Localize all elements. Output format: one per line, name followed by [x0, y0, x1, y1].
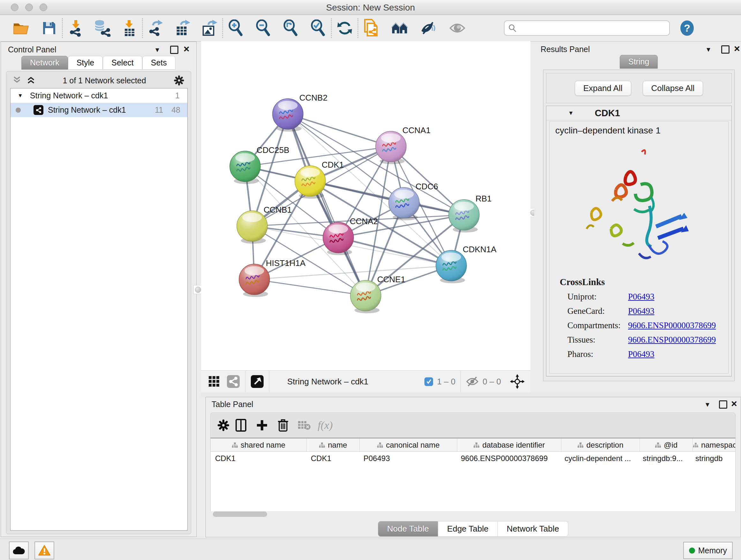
import-network-file-icon[interactable] [67, 19, 84, 37]
results-panel-close-icon[interactable]: × [734, 45, 740, 52]
collection-count: 1 [175, 91, 180, 100]
crosslink-link[interactable]: 9606.ENSP00000378699 [628, 335, 716, 345]
crosslink-link[interactable]: 9606.ENSP00000378699 [628, 320, 716, 330]
section-expander-icon[interactable]: ▼ [568, 110, 574, 117]
status-bar: Memory [0, 539, 741, 560]
collapse-all-icon[interactable] [12, 76, 22, 85]
zoom-in-icon[interactable] [227, 19, 244, 37]
network-options-gear-icon[interactable] [173, 74, 185, 86]
import-network-database-icon[interactable] [94, 19, 111, 37]
network-view-canvas[interactable]: CCNB2CCNA1CDC25BCDK1CDC6RB1CCNB1CCNA2HIS… [201, 41, 530, 370]
zoom-out-icon[interactable] [255, 19, 272, 37]
node-CCNB2[interactable]: CCNB2 [273, 93, 327, 132]
network-view-mode-icon[interactable] [226, 375, 240, 388]
table-panel-collapse-icon[interactable]: ▼ [704, 401, 711, 408]
apply-layout-refresh-icon[interactable] [336, 19, 353, 37]
expand-all-icon[interactable] [26, 76, 36, 85]
protein-section-header[interactable]: ▼ CDK1 [546, 106, 731, 120]
export-table-icon[interactable] [174, 19, 191, 37]
control-panel-collapse-icon[interactable]: ▼ [154, 46, 160, 54]
memory-button[interactable]: Memory [683, 542, 733, 559]
crosslink-link[interactable]: P06493 [628, 292, 655, 302]
tree-expander-icon[interactable]: ▼ [17, 92, 23, 99]
column-header-name[interactable]: name [307, 438, 360, 451]
tab-network[interactable]: Network [21, 56, 68, 70]
protein-section: ▼ CDK1 cyclin–dependent kinase 1 [546, 106, 732, 376]
column-header-description[interactable]: description [561, 438, 640, 451]
grid-view-icon[interactable] [208, 375, 220, 388]
collapse-all-button[interactable]: Collapse All [643, 81, 703, 96]
toolbar-separator [142, 18, 143, 38]
new-network-from-selection-icon[interactable] [363, 19, 380, 37]
network-tree-root-row[interactable]: ▼ String Network – cdk1 1 [10, 88, 187, 103]
show-columns-icon[interactable] [230, 415, 252, 436]
node-CDK1[interactable]: CDK1 [295, 160, 344, 199]
table-options-gear-icon[interactable] [216, 418, 230, 432]
column-header-canonical-name[interactable]: canonical name [360, 438, 457, 451]
toolbar-separator [331, 18, 332, 38]
table-row[interactable]: CDK1CDK1P064939606.ENSP00000378699cyclin… [211, 452, 735, 465]
results-panel-collapse-icon[interactable]: ▼ [705, 46, 712, 53]
control-panel-float-icon[interactable] [170, 46, 179, 55]
node-RB1[interactable]: RB1 [449, 194, 492, 233]
zoom-selected-icon[interactable] [310, 19, 327, 37]
zoom-fit-icon[interactable] [282, 19, 299, 37]
protein-name: CDK1 [595, 108, 620, 118]
tab-select[interactable]: Select [103, 56, 142, 70]
help-icon[interactable]: ? [679, 19, 695, 37]
expand-all-button[interactable]: Expand All [575, 81, 631, 96]
table-hscrollbar-thumb[interactable] [213, 511, 267, 517]
string-home-icon[interactable] [392, 19, 408, 37]
birdseye-view-icon[interactable] [251, 375, 264, 388]
tab-sets[interactable]: Sets [142, 56, 176, 70]
column-header--id[interactable]: @id [640, 438, 693, 451]
warning-button[interactable] [35, 542, 54, 559]
tab-style[interactable]: Style [68, 56, 103, 70]
search-icon [509, 23, 517, 33]
crosslink-row: GeneCard:P06493 [567, 306, 728, 316]
tab-edge-table[interactable]: Edge Table [438, 521, 498, 537]
delete-column-trash-icon[interactable] [273, 415, 293, 436]
table-panel-float-icon[interactable] [719, 400, 727, 410]
import-table-file-icon[interactable] [121, 19, 138, 37]
export-network-icon[interactable] [147, 19, 164, 37]
hidden-eye-icon[interactable] [466, 376, 479, 387]
network-label: String Network – cdk1 [48, 105, 126, 115]
edge-CCNB2-CCNA1[interactable] [288, 114, 391, 146]
node-label-HIST1H1A: HIST1H1A [266, 258, 306, 268]
tab-node-table[interactable]: Node Table [378, 521, 438, 537]
node-CDC25B[interactable]: CDC25B [230, 145, 289, 184]
control-panel-close-icon[interactable]: × [184, 45, 190, 53]
export-image-icon[interactable] [201, 19, 218, 37]
edge-CCNB2-RB1[interactable] [288, 114, 464, 215]
tab-string[interactable]: String [620, 55, 658, 69]
selected-checkbox-icon[interactable] [424, 377, 433, 386]
edge-CCNB2-CCNE1[interactable] [288, 114, 366, 296]
column-header-shared-name[interactable]: shared name [211, 438, 307, 451]
cloud-button[interactable] [9, 542, 29, 559]
pan-crosshair-icon[interactable] [510, 374, 525, 389]
table-panel-close-icon[interactable]: × [731, 400, 737, 408]
crosslink-link[interactable]: P06493 [628, 349, 655, 359]
string-results-box: Expand All Collapse All ▼ CDK1 cyclin–de… [543, 70, 735, 381]
edge-CCNA2-CDKN1A[interactable] [338, 238, 451, 266]
toolbar-search[interactable] [504, 20, 670, 36]
crosslink-link[interactable]: P06493 [628, 306, 655, 316]
node-label-RB1: RB1 [475, 194, 492, 203]
node-CDKN1A[interactable]: CDKN1A [436, 245, 496, 283]
search-input[interactable] [517, 23, 665, 33]
tab-network-table[interactable]: Network Table [497, 521, 568, 537]
horizontal-splitter[interactable] [201, 392, 741, 397]
column-header-database-identifier[interactable]: database identifier [457, 438, 561, 451]
open-folder-icon[interactable] [13, 19, 29, 37]
hidden-counts: 0 – 0 [482, 377, 501, 387]
node-CDC6[interactable]: CDC6 [389, 182, 438, 220]
results-panel-float-icon[interactable] [721, 45, 730, 55]
add-column-icon[interactable] [252, 415, 273, 436]
save-session-icon[interactable] [41, 19, 57, 37]
column-header-namespace[interactable]: namespace [693, 438, 736, 451]
hide-selected-eye-icon[interactable] [420, 19, 437, 37]
toolbar-separator [222, 18, 223, 38]
network-tree-network-row[interactable]: String Network – cdk1 11 48 [10, 103, 187, 117]
edge-HIST1H1A-CCNE1[interactable] [254, 279, 366, 296]
